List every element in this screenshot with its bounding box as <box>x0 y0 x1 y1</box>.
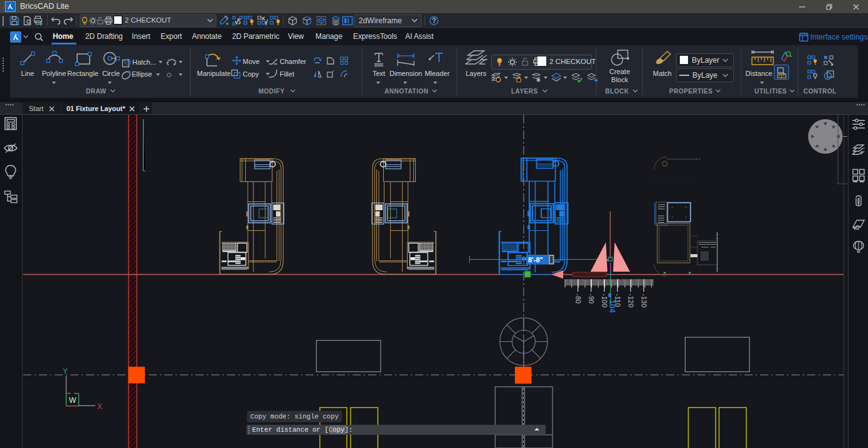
svg-text:-120: -120 <box>627 294 635 307</box>
svg-text:8'-8": 8'-8" <box>528 256 543 264</box>
svg-text:-100: -100 <box>601 294 608 307</box>
svg-text:-130: -130 <box>640 294 648 307</box>
svg-text:Y: Y <box>63 367 68 376</box>
svg-text:X: X <box>97 402 102 411</box>
svg-text:-90: -90 <box>588 294 595 304</box>
svg-text:-80: -80 <box>574 294 582 304</box>
svg-text:W: W <box>69 396 77 405</box>
svg-text:104: 104 <box>608 300 617 313</box>
